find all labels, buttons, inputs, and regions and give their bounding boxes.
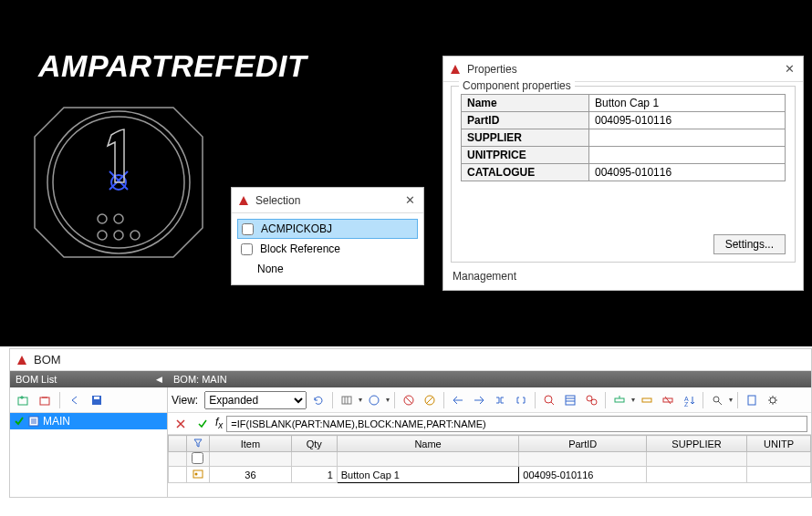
chevron-left-icon[interactable]: ◀: [156, 375, 162, 384]
properties-dialog-title: Properties: [467, 63, 781, 76]
fx-label: fx: [215, 416, 223, 430]
component-properties-label: Component properties: [459, 79, 575, 92]
cell-name[interactable]: Button Cap 1: [337, 467, 519, 483]
col-unitprice[interactable]: UNITP: [747, 436, 811, 452]
delete-row-icon[interactable]: [659, 391, 677, 409]
col-name[interactable]: Name: [337, 436, 519, 452]
add-bom-icon[interactable]: [14, 391, 32, 409]
cad-drawing: [27, 91, 228, 328]
merge-icon[interactable]: [491, 391, 509, 409]
property-row[interactable]: PartID004095-010116: [462, 112, 786, 129]
property-value[interactable]: 004095-010116: [589, 164, 786, 181]
report-icon[interactable]: [743, 391, 761, 409]
hide-icon[interactable]: [400, 391, 418, 409]
cell-supplier[interactable]: [647, 467, 747, 483]
grid-filter-row[interactable]: [169, 452, 811, 467]
property-row[interactable]: UNITPRICE: [462, 147, 786, 164]
svg-point-6: [114, 231, 123, 240]
sort-az-icon[interactable]: AZ: [680, 391, 698, 409]
close-icon[interactable]: ✕: [401, 192, 418, 209]
row-handle[interactable]: [169, 467, 187, 483]
settings-gear-icon[interactable]: [764, 391, 782, 409]
bom-main-pane: View: Expanded ▾ ▾: [168, 387, 811, 497]
autocad-icon: [449, 63, 462, 76]
selection-dialog: Selection ✕ ACMPICKOBJ Block Reference N…: [231, 187, 424, 285]
autocad-icon: [16, 354, 28, 366]
close-icon[interactable]: ✕: [781, 61, 797, 77]
parts-list-icon[interactable]: [561, 391, 579, 409]
indent-icon[interactable]: [470, 391, 488, 409]
selection-item-none[interactable]: None: [237, 259, 418, 279]
property-row[interactable]: SUPPLIER: [462, 129, 786, 147]
svg-rect-11: [94, 397, 99, 399]
col-handle[interactable]: [169, 436, 187, 452]
find-icon[interactable]: [708, 391, 726, 409]
svg-rect-13: [342, 397, 351, 404]
chevron-down-icon[interactable]: ▾: [359, 396, 362, 404]
selection-item-acmpickobj[interactable]: ACMPICKOBJ: [237, 219, 418, 239]
svg-text:Z: Z: [684, 401, 689, 407]
row-type-icon[interactable]: [186, 467, 209, 483]
filter-checkbox[interactable]: [192, 452, 203, 464]
balloon-icon[interactable]: [540, 391, 558, 409]
col-partid[interactable]: PartID: [519, 436, 647, 452]
property-key: Name: [462, 95, 589, 112]
selection-item-label: None: [257, 263, 284, 275]
formula-input[interactable]: [226, 416, 807, 432]
bom-list-header: BOM List ◀: [10, 371, 168, 387]
svg-rect-8: [18, 397, 27, 405]
cell-item[interactable]: 36: [209, 467, 291, 483]
cancel-formula-icon[interactable]: [172, 415, 190, 433]
view-select[interactable]: Expanded: [204, 391, 307, 409]
property-key: UNITPRICE: [462, 147, 589, 164]
show-icon[interactable]: [421, 391, 439, 409]
command-title: AMPARTREFEDIT: [38, 48, 307, 84]
tree-item-main[interactable]: MAIN: [10, 413, 167, 429]
property-row[interactable]: CATALOGUE004095-010116: [462, 164, 786, 181]
selection-item-label: ACMPICKOBJ: [261, 222, 332, 235]
save-disk-icon[interactable]: [88, 391, 106, 409]
svg-point-20: [591, 399, 597, 405]
chevron-down-icon[interactable]: ▾: [386, 396, 390, 404]
bom-list-header-text: BOM List: [16, 374, 57, 385]
bom-panel: BOM BOM List ◀ BOM: MAIN MAIN: [9, 348, 812, 498]
grid-data-row[interactable]: 36 1 Button Cap 1 004095-010116: [169, 467, 811, 483]
bom-tree[interactable]: MAIN: [10, 413, 167, 497]
column-layout-icon[interactable]: [338, 391, 356, 409]
cell-partid[interactable]: 004095-010116: [519, 467, 647, 483]
edit-row-icon[interactable]: [638, 391, 656, 409]
split-icon[interactable]: [512, 391, 530, 409]
move-left-icon[interactable]: [66, 391, 84, 409]
outdent-icon[interactable]: [449, 391, 467, 409]
col-item[interactable]: Item: [209, 436, 291, 452]
property-row[interactable]: NameButton Cap 1: [462, 95, 786, 112]
property-value[interactable]: [589, 129, 786, 147]
col-filter[interactable]: [186, 436, 209, 452]
autocad-icon: [237, 194, 250, 207]
selection-dialog-title: Selection: [255, 194, 401, 207]
col-supplier[interactable]: SUPPLIER: [647, 436, 747, 452]
balloon-all-icon[interactable]: [582, 391, 600, 409]
checkbox[interactable]: [241, 243, 253, 255]
boundary-icon[interactable]: [365, 391, 383, 409]
grid-header-row: Item Qty Name PartID SUPPLIER UNITP: [169, 436, 811, 452]
cell-qty[interactable]: 1: [291, 467, 337, 483]
settings-button[interactable]: Settings...: [713, 234, 786, 254]
checkbox[interactable]: [242, 223, 254, 235]
cell-unitprice[interactable]: [747, 467, 811, 483]
property-value[interactable]: [589, 147, 786, 164]
col-qty[interactable]: Qty: [291, 436, 337, 452]
chevron-down-icon[interactable]: ▾: [631, 396, 635, 404]
svg-point-30: [194, 472, 197, 475]
insert-row-icon[interactable]: [610, 391, 629, 409]
bom-grid[interactable]: Item Qty Name PartID SUPPLIER UNITP 36: [168, 435, 811, 483]
svg-rect-21: [615, 398, 624, 402]
property-value[interactable]: 004095-010116: [589, 112, 786, 129]
selection-item-block-reference[interactable]: Block Reference: [237, 239, 418, 259]
refresh-icon[interactable]: [309, 391, 328, 409]
chevron-down-icon[interactable]: ▾: [729, 396, 733, 404]
property-value[interactable]: Button Cap 1: [589, 95, 786, 112]
check-icon: [14, 416, 25, 427]
accept-formula-icon[interactable]: [193, 415, 212, 433]
delete-bom-icon[interactable]: [36, 391, 54, 409]
